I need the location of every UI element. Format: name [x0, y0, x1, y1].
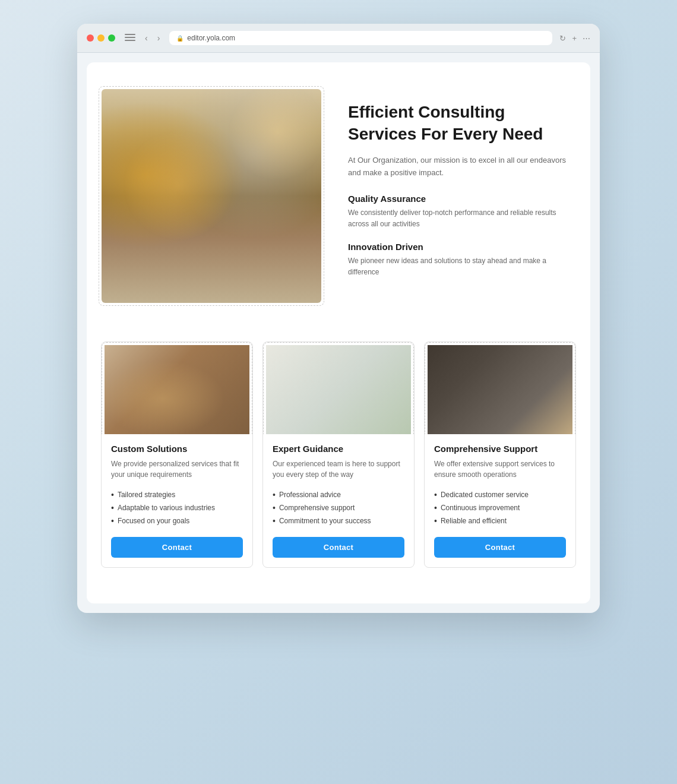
card-1-image — [105, 345, 249, 434]
list-item: Reliable and efficient — [434, 514, 566, 527]
minimize-button[interactable] — [97, 34, 105, 42]
traffic-lights — [87, 34, 115, 42]
list-item: Adaptable to various industries — [111, 501, 243, 514]
lock-icon: 🔒 — [176, 35, 184, 42]
card-1-contact-button[interactable]: Contact — [111, 537, 243, 558]
list-item: Focused on your goals — [111, 514, 243, 527]
feature-innovation-title: Innovation Driven — [348, 242, 567, 252]
list-item: Comprehensive support — [273, 501, 404, 514]
card-3-list: Dedicated customer service Continuous im… — [434, 488, 566, 527]
card-comprehensive-support: Comprehensive Support We offer extensive… — [424, 342, 576, 568]
add-tab-button[interactable]: + — [572, 34, 577, 43]
card-1-title: Custom Solutions — [111, 444, 243, 454]
feature-innovation-driven: Innovation Driven We pioneer new ideas a… — [348, 242, 567, 278]
feature-innovation-desc: We pioneer new ideas and solutions to st… — [348, 255, 567, 278]
list-item: Dedicated customer service — [434, 488, 566, 501]
hero-title: Efficient ConsultingServices For Every N… — [348, 102, 567, 145]
card-custom-solutions: Custom Solutions We provide personalized… — [101, 342, 253, 568]
card-2-list: Professional advice Comprehensive suppor… — [273, 488, 404, 527]
page-content: Efficient ConsultingServices For Every N… — [87, 62, 590, 603]
card-3-desc: We offer extensive support services to e… — [434, 459, 566, 480]
hero-subtitle: At Our Organization, our mission is to e… — [348, 154, 567, 179]
feature-quality-desc: We consistently deliver top-notch perfor… — [348, 207, 567, 230]
card-3-image — [428, 345, 572, 434]
card-1-body: Custom Solutions We provide personalized… — [102, 434, 252, 567]
card-2-desc: Our experienced team is here to support … — [273, 459, 404, 480]
list-item: Tailored strategies — [111, 488, 243, 501]
hero-image-border — [99, 86, 324, 306]
more-button[interactable]: ⋯ — [583, 34, 590, 43]
close-button[interactable] — [87, 34, 94, 42]
card-2-body: Expert Guidance Our experienced team is … — [263, 434, 414, 567]
browser-window: ‹ › 🔒 editor.yola.com ↻ + ⋯ Effi — [77, 24, 600, 613]
list-item: Professional advice — [273, 488, 404, 501]
feature-quality-title: Quality Assurance — [348, 194, 567, 204]
cards-grid: Custom Solutions We provide personalized… — [101, 342, 576, 568]
hero-text: Efficient ConsultingServices For Every N… — [348, 102, 567, 290]
maximize-button[interactable] — [108, 34, 115, 42]
card-2-title: Expert Guidance — [273, 444, 404, 454]
card-2-contact-button[interactable]: Contact — [273, 537, 404, 558]
card-3-contact-button[interactable]: Contact — [434, 537, 566, 558]
address-bar[interactable]: 🔒 editor.yola.com — [169, 31, 552, 45]
sidebar-icon[interactable] — [125, 34, 135, 42]
list-item: Continuous improvement — [434, 501, 566, 514]
cards-section: Custom Solutions We provide personalized… — [87, 330, 590, 580]
card-1-list: Tailored strategies Adaptable to various… — [111, 488, 243, 527]
back-button[interactable]: ‹ — [143, 32, 150, 44]
feature-quality-assurance: Quality Assurance We consistently delive… — [348, 194, 567, 230]
url-text: editor.yola.com — [187, 34, 235, 42]
hero-image-container — [99, 86, 324, 306]
hero-image — [102, 89, 321, 303]
refresh-button[interactable]: ↻ — [559, 34, 566, 43]
card-3-body: Comprehensive Support We offer extensive… — [425, 434, 575, 567]
forward-button[interactable]: › — [155, 32, 163, 44]
card-1-desc: We provide personalized services that fi… — [111, 459, 243, 480]
browser-nav: ‹ › — [143, 32, 162, 44]
browser-chrome: ‹ › 🔒 editor.yola.com ↻ + ⋯ — [77, 24, 600, 53]
browser-actions: ↻ + ⋯ — [559, 34, 590, 43]
card-3-title: Comprehensive Support — [434, 444, 566, 454]
card-2-image — [266, 345, 411, 434]
list-item: Commitment to your success — [273, 514, 404, 527]
hero-section: Efficient ConsultingServices For Every N… — [87, 62, 590, 330]
card-expert-guidance: Expert Guidance Our experienced team is … — [262, 342, 415, 568]
